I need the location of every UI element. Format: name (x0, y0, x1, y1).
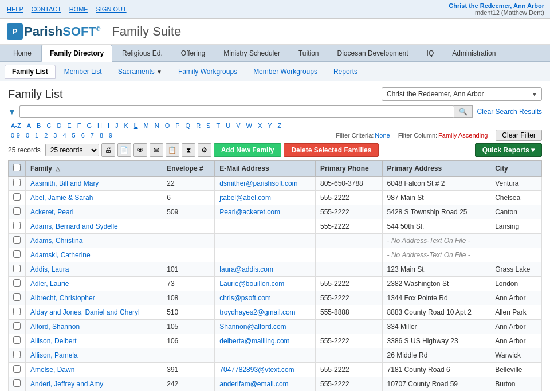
settings-icon-button[interactable]: ⚙ (198, 143, 211, 157)
row-checkbox[interactable] (13, 351, 21, 358)
col-city[interactable]: City (490, 161, 542, 177)
alpha-d[interactable]: D (54, 121, 64, 130)
alpha-y[interactable]: Y (265, 121, 274, 130)
alpha-z[interactable]: Z (275, 121, 285, 130)
alpha-g[interactable]: G (84, 121, 95, 130)
family-name-link[interactable]: Abel, Jamie & Sarah (30, 194, 93, 202)
add-family-button[interactable]: Add New Family (214, 143, 282, 157)
alpha-b[interactable]: B (34, 121, 44, 130)
tab-family-directory[interactable]: Family Directory (41, 45, 112, 62)
filter2-icon-button[interactable]: ⧗ (182, 143, 195, 157)
row-checkbox-cell[interactable] (9, 305, 26, 320)
tab-home[interactable]: Home (5, 45, 40, 61)
family-name-link[interactable]: Aasmith, Bill and Mary (30, 179, 99, 187)
search-input[interactable] (19, 105, 454, 118)
alpha-t[interactable]: T (213, 121, 223, 130)
row-checkbox-cell[interactable] (9, 262, 26, 277)
family-name-link[interactable]: Albrecht, Christopher (30, 294, 95, 302)
alpha-6[interactable]: 6 (78, 131, 88, 139)
col-email[interactable]: E-Mail Address (215, 161, 316, 177)
family-name-link[interactable]: Allison, Delbert (30, 337, 77, 345)
alpha-5[interactable]: 5 (69, 131, 78, 139)
alpha-9[interactable]: 9 (106, 131, 115, 139)
email-link[interactable]: jtabel@abel.com (219, 194, 271, 202)
copy-icon-button[interactable]: 📋 (166, 143, 179, 157)
row-checkbox[interactable] (13, 265, 21, 272)
tab-iq[interactable]: IQ (418, 45, 443, 61)
mail-icon-button[interactable]: ✉ (150, 143, 163, 157)
alpha-u[interactable]: U (223, 121, 233, 130)
alpha-4[interactable]: 4 (60, 131, 69, 139)
row-checkbox-cell[interactable] (9, 177, 26, 191)
row-checkbox-cell[interactable] (9, 191, 26, 205)
family-name-link[interactable]: Anderl, Jeffrey and Amy (30, 380, 103, 388)
alpha-8[interactable]: 8 (97, 131, 106, 139)
col-family[interactable]: Family △ (26, 161, 162, 177)
search-button[interactable]: 🔍 (454, 105, 473, 118)
email-link[interactable]: dsmither@parishsoft.com (219, 179, 297, 187)
alpha-s[interactable]: S (203, 121, 213, 130)
alpha-q[interactable]: Q (183, 121, 194, 130)
contact-link[interactable]: CONTACT (32, 6, 61, 13)
tab-ministry-scheduler[interactable]: Ministry Scheduler (215, 45, 289, 61)
row-checkbox-cell[interactable] (9, 205, 26, 219)
family-name-link[interactable]: Alday and Jones, Daniel and Cheryl (30, 308, 140, 316)
row-checkbox[interactable] (13, 279, 21, 287)
records-per-page-select[interactable]: 10 records 25 records 50 records 100 rec… (45, 144, 99, 156)
row-checkbox-cell[interactable] (9, 348, 26, 363)
tab-offering[interactable]: Offering (172, 45, 214, 61)
alpha-7[interactable]: 7 (88, 131, 97, 139)
email-link[interactable]: Pearl@ackeret.com (219, 208, 280, 216)
clear-search-link[interactable]: Clear Search Results (477, 108, 542, 116)
alpha-09[interactable]: 0-9 (8, 131, 23, 139)
sign-out-link[interactable]: SIGN OUT (96, 6, 126, 13)
family-name-link[interactable]: Adams, Bernard and Sydelle (30, 222, 118, 230)
alpha-h[interactable]: H (95, 121, 105, 130)
row-checkbox[interactable] (13, 365, 21, 373)
clear-filter-button[interactable]: Clear Filter (496, 130, 542, 141)
family-name-link[interactable]: Addis, Laura (30, 265, 69, 273)
row-checkbox-cell[interactable] (9, 334, 26, 348)
row-checkbox[interactable] (13, 322, 21, 330)
email-link[interactable]: Laurie@bouillon.com (219, 280, 284, 288)
tab-tuition[interactable]: Tuition (290, 45, 328, 61)
alpha-f[interactable]: F (74, 121, 84, 130)
filter-icon[interactable]: ▼ (8, 107, 16, 116)
family-name-link[interactable]: Adler, Laurie (30, 280, 69, 288)
alpha-j[interactable]: J (112, 121, 121, 130)
alpha-az[interactable]: A-Z (8, 121, 24, 130)
family-name-link[interactable]: Adamski, Catherine (30, 251, 91, 259)
alpha-3[interactable]: 3 (50, 131, 60, 139)
family-name-link[interactable]: Adams, Christina (30, 237, 82, 245)
row-checkbox-cell[interactable] (9, 277, 26, 291)
tab-diocesan-development[interactable]: Diocesan Development (329, 45, 417, 61)
col-envelope[interactable]: Envelope # (162, 161, 215, 177)
family-name-link[interactable]: Alford, Shannon (30, 323, 80, 331)
alpha-o[interactable]: O (162, 121, 173, 130)
tab-religious-ed[interactable]: Religious Ed. (113, 45, 171, 61)
email-link[interactable]: troydhayes2@gmail.com (219, 308, 295, 316)
email-link[interactable]: anderlfam@email.com (219, 380, 288, 388)
col-phone[interactable]: Primary Phone (316, 161, 383, 177)
row-checkbox-cell[interactable] (9, 377, 26, 391)
email-link[interactable]: Shannon@alford.com (219, 323, 286, 331)
alpha-1[interactable]: 1 (32, 131, 41, 139)
alpha-n[interactable]: N (152, 121, 162, 130)
quick-reports-button[interactable]: Quick Reports ▾ (475, 143, 542, 157)
alpha-c[interactable]: C (44, 121, 54, 130)
tab-administration[interactable]: Administration (443, 45, 504, 61)
alpha-w[interactable]: W (243, 121, 254, 130)
select-all-header[interactable] (9, 161, 26, 177)
alpha-l[interactable]: L (131, 121, 141, 130)
family-name-link[interactable]: Ackeret, Pearl (30, 208, 73, 216)
row-checkbox-cell[interactable] (9, 248, 26, 262)
view-icon-button[interactable]: 👁 (133, 143, 147, 157)
parish-select[interactable]: Christ the Redeemer, Ann Arbor (382, 87, 542, 101)
row-checkbox[interactable] (13, 236, 21, 244)
row-checkbox[interactable] (13, 379, 21, 387)
alpha-r[interactable]: R (193, 121, 203, 130)
sub-tab-reports[interactable]: Reports (326, 65, 365, 79)
row-checkbox-cell[interactable] (9, 291, 26, 305)
alpha-p[interactable]: P (172, 121, 182, 130)
alpha-a[interactable]: A (24, 121, 34, 130)
